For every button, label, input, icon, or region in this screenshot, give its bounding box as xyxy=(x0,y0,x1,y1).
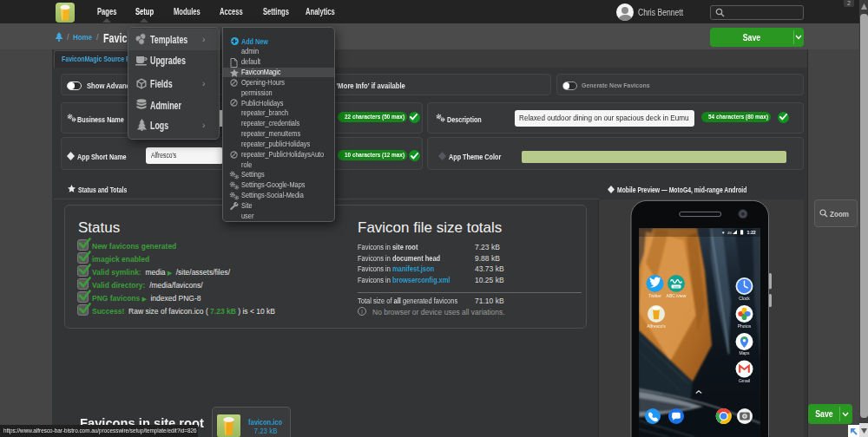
svg-text:Photos: Photos xyxy=(738,323,752,329)
svg-text:Twitter: Twitter xyxy=(648,293,661,298)
svg-text:4G: 4G xyxy=(727,232,732,235)
svg-text:Clock: Clock xyxy=(739,296,750,301)
svg-text:▼: ▼ xyxy=(721,231,725,235)
svg-text:1:22: 1:22 xyxy=(747,230,756,235)
svg-text:Alfresco's: Alfresco's xyxy=(647,323,666,329)
svg-text:Maps: Maps xyxy=(739,350,750,355)
svg-text:ABC iview: ABC iview xyxy=(667,293,687,298)
svg-text:Gmail: Gmail xyxy=(739,378,750,383)
svg-text:iview: iview xyxy=(674,285,681,289)
